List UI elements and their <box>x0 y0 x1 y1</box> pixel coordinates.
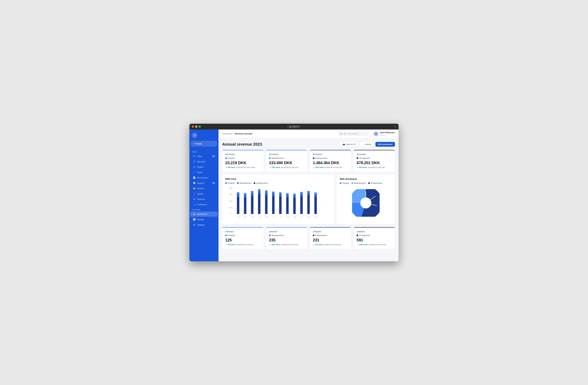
legend-property: Property <box>225 182 235 184</box>
svg-rect-40 <box>286 193 289 195</box>
inbox-badge: 3 <box>212 155 215 157</box>
change-pct-1: 8% more <box>228 166 235 168</box>
dist-legend-label-manufacturers: Manufacturers <box>354 182 366 184</box>
support-icon: 💬 <box>193 182 195 184</box>
change-text-3: compared to last year <box>325 166 342 168</box>
user-info: Axel Óskarsson Taurus <box>380 131 395 136</box>
mrr-bar-chart: 500k 375k 250k 125k 0 Jan <box>225 187 331 220</box>
order-pct-3: 2% more <box>315 244 323 246</box>
sidebar: J + Create TEAM ✉ Inbox 3 ☑ My tasks <box>189 130 218 261</box>
close-button[interactable] <box>192 126 194 128</box>
order-dot-4 <box>357 235 358 236</box>
search-placeholder: ⌘ + K to search <box>344 133 358 135</box>
breadcrumb-current: Revenue overview <box>235 133 252 135</box>
sidebar-item-inbox[interactable]: ✉ Inbox 3 <box>190 154 218 159</box>
maximize-button[interactable] <box>199 126 201 128</box>
charts-row: MRR trend Property Manufacturers <box>222 175 395 224</box>
app-layout: J + Create TEAM ✉ Inbox 3 ☑ My tasks <box>189 130 399 261</box>
title-bar: 🔒 jublo.dk ↻ <box>189 124 399 130</box>
svg-rect-54 <box>314 197 317 214</box>
reload-button[interactable]: ↻ <box>394 125 396 128</box>
company-section-label: COMPANY <box>189 207 218 211</box>
logo-letter: J <box>194 134 195 137</box>
sidebar-item-tasks[interactable]: ✓ Tasks <box>190 170 218 175</box>
arrow-up-2: ↗ <box>269 166 271 169</box>
notices-label: Notices <box>197 187 204 190</box>
sidebar-item-dashboard[interactable]: ⊞ Dashboard <box>190 211 218 217</box>
order-seg-text-1: Property <box>228 234 235 236</box>
sidebar-item-reports[interactable]: 📊 Reports <box>190 217 218 222</box>
order-value-1: 125 <box>225 238 260 243</box>
my-tasks-label: My tasks <box>197 160 205 163</box>
dist-legend-dot-property <box>340 182 341 184</box>
tv-icon: 📺 <box>342 143 345 145</box>
change-pct-4: 5% more <box>359 166 367 168</box>
orders-cards-grid: Orders Property 125 ↗ 3% more compared t… <box>222 227 395 249</box>
sidebar-item-customers[interactable]: 👥 Customers <box>190 202 218 207</box>
arrow-up-4: ↗ <box>357 166 358 169</box>
logo: J <box>192 133 197 138</box>
url-bar[interactable]: 🔒 jublo.dk <box>287 125 301 128</box>
edit-dashboard-button[interactable]: Edit dashboard <box>376 142 395 147</box>
sidebar-item-notices[interactable]: 🔔 Notices <box>190 186 218 191</box>
order-pct-1: 3% more <box>228 244 235 246</box>
search-bar[interactable]: 🔍 ⌘ + K to search <box>338 132 369 136</box>
dist-legend-property: Property <box>340 182 349 184</box>
create-button[interactable]: + Create <box>191 141 217 146</box>
order-card-all: Orders All segments 591 ↗ 13% more compa… <box>354 227 395 249</box>
svg-rect-11 <box>237 194 239 197</box>
segment-text-3: Entrepreneurs <box>315 157 327 159</box>
mrr-distribution-card: MRR distribution Property Manufacturers <box>337 175 395 224</box>
svg-rect-30 <box>272 196 274 214</box>
order-change-1: ↗ 3% more compared to last year <box>225 243 260 246</box>
svg-text:Jun: Jun <box>273 216 275 218</box>
svg-text:Nov: Nov <box>308 216 310 218</box>
sidebar-item-documents[interactable]: 📄 Documents <box>190 175 218 180</box>
segment-dot-4 <box>357 158 358 159</box>
svg-text:375k: 375k <box>229 194 233 196</box>
svg-text:Jan: Jan <box>237 216 240 218</box>
order-label-3: Orders <box>313 231 348 233</box>
settings-label: Settings <box>197 224 205 226</box>
sidebar-item-settings[interactable]: ⚙ Settings <box>190 222 218 227</box>
sidebar-item-orders[interactable]: ◫ Orders <box>190 164 218 170</box>
arrow-up-3: ↗ <box>313 166 315 169</box>
svg-rect-14 <box>244 198 246 214</box>
segment-4: All segments <box>357 157 392 159</box>
sidebar-item-services[interactable]: ⚙ Services <box>190 197 218 202</box>
change-text-1: compared to last month <box>236 166 255 168</box>
svg-rect-24 <box>258 189 260 191</box>
dashboard-label: Dashboard <box>197 213 207 215</box>
send-to-tv-button[interactable]: 📺 Send to TV <box>340 142 358 147</box>
minimize-button[interactable] <box>195 126 197 128</box>
order-change-4: ↗ 13% more compared to last year <box>357 243 392 246</box>
documents-label: Documents <box>197 177 208 179</box>
svg-text:Dec: Dec <box>315 216 317 218</box>
mrr-trend-title: MRR trend <box>225 178 331 180</box>
segment-dot-2 <box>269 158 271 159</box>
order-text-1: compared to last year <box>236 244 253 246</box>
breadcrumb-parent[interactable]: Dashboard <box>222 133 232 135</box>
svg-rect-44 <box>293 194 296 196</box>
order-text-3: compared to last year <box>324 244 341 246</box>
svg-text:250k: 250k <box>229 200 233 202</box>
sidebar-item-assets[interactable]: 📍 Assets <box>190 191 218 196</box>
notices-icon: 🔔 <box>193 187 195 190</box>
svg-rect-31 <box>272 194 274 196</box>
reports-icon: 📊 <box>193 218 195 221</box>
sidebar-item-support[interactable]: 💬 Support 4 <box>190 181 218 186</box>
inbox-icon: ✉ <box>193 155 195 158</box>
segment-text-1: Property <box>228 157 235 159</box>
services-label: Services <box>197 198 205 200</box>
revenue-value-2: 233.490 DKK <box>269 160 304 165</box>
tasks-check-icon: ✓ <box>193 171 195 174</box>
page-title: Annual revenue 2023 <box>222 142 262 147</box>
svg-rect-50 <box>307 196 310 214</box>
svg-rect-18 <box>251 196 253 214</box>
orders-icon: ◫ <box>193 166 195 168</box>
legend-label-entrepreneurs: Entrepreneurs <box>256 182 268 184</box>
svg-text:Feb: Feb <box>244 216 247 218</box>
sidebar-item-my-tasks[interactable]: ☑ My tasks <box>190 159 218 164</box>
order-dot-1 <box>225 235 227 236</box>
actions-button[interactable]: ··· Actions <box>360 142 374 147</box>
